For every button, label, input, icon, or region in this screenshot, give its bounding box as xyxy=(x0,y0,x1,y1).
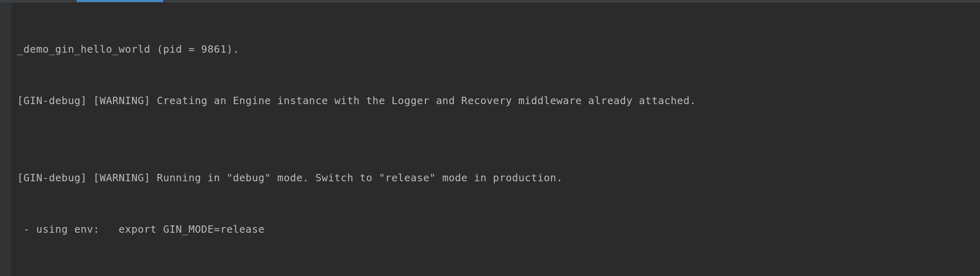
console-line: [GIN-debug] [WARNING] Creating an Engine… xyxy=(17,88,980,114)
tab-strip xyxy=(0,0,980,2)
console-output[interactable]: _demo_gin_hello_world (pid = 9861). [GIN… xyxy=(11,0,980,276)
gutter xyxy=(0,0,11,276)
console-line: - using code: gin.SetMode(gin.ReleaseMod… xyxy=(17,268,980,276)
active-tab-indicator[interactable] xyxy=(77,0,163,2)
console-line: _demo_gin_hello_world (pid = 9861). xyxy=(17,36,980,62)
console-line: [GIN-debug] [WARNING] Running in "debug"… xyxy=(17,165,980,191)
console-line: - using env: export GIN_MODE=release xyxy=(17,216,980,242)
console-panel: _demo_gin_hello_world (pid = 9861). [GIN… xyxy=(0,0,980,276)
